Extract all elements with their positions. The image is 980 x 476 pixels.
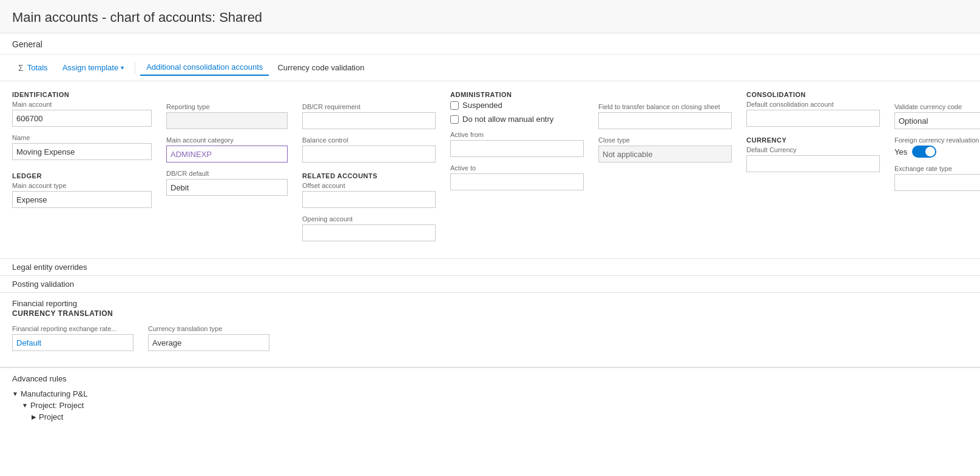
chevron-down-icon: ▾ [121,64,124,71]
exchange-rate-type-group: Exchange rate type [894,165,980,191]
main-content: IDENTIFICATION Main account Name LEDGER … [0,81,980,258]
field-to-transfer-label: Field to transfer balance on closing she… [598,103,732,110]
db-cr-default-input[interactable] [166,179,288,196]
main-account-label: Main account [12,101,152,108]
tree-item-project-project: ▼ Project: Project [12,400,968,411]
default-currency-input[interactable] [746,155,880,172]
triangle-down-icon-1: ▼ [12,391,18,397]
tree-label-project-project: Project: Project [30,401,84,410]
name-label: Name [12,134,152,141]
exchange-rate-type-select[interactable] [894,174,980,191]
financial-reporting-subtitle: CURRENCY TRANSLATION [12,309,968,318]
exchange-rate-type-select-wrapper [894,174,980,191]
additional-consolidation-tab[interactable]: Additional consolidation accounts [140,59,269,76]
foreign-currency-group: Foreign currency revaluation Yes [894,136,980,158]
currency-translation-type-input[interactable] [148,334,269,351]
default-currency-group: Default Currency [746,146,880,172]
tree-item-manufacturing: ▼ Manufacturing P&L [12,388,968,400]
tree-item-project: ▶ Project [12,411,968,423]
db-cr-req-label: DB/CR requirement [302,103,436,110]
active-to-label: Active to [450,164,584,172]
active-to-input[interactable] [450,173,584,190]
legal-entity-overrides-section[interactable]: Legal entity overrides [0,258,980,275]
active-to-field-group: Active to [450,164,584,190]
currency-translation-type-field-group: Currency translation type [148,325,269,351]
ledger-header: LEDGER [12,172,152,179]
close-type-group: Close type [598,136,732,163]
general-section-header: General [0,33,980,55]
col-administration: ADMINISTRATION Suspended Do not allow ma… [450,91,584,198]
db-cr-req-field-group: DB/CR requirement [302,103,436,129]
related-accounts-header: RELATED ACCOUNTS [302,172,436,179]
currency-translation-type-label: Currency translation type [148,325,269,332]
exchange-rate-input[interactable] [12,334,133,351]
default-consolidation-account-input[interactable] [746,110,880,127]
financial-reporting-section: Financial reporting CURRENCY TRANSLATION… [0,292,980,367]
form-row: IDENTIFICATION Main account Name LEDGER … [12,91,968,249]
col-identification: IDENTIFICATION Main account Name LEDGER … [12,91,152,215]
close-type-input[interactable] [598,146,732,163]
suspended-checkbox[interactable] [450,101,459,110]
main-account-category-label: Main account category [166,136,288,144]
assign-template-label: Assign template [63,63,119,72]
currency-header: CURRENCY [746,136,880,144]
do-not-allow-checkbox[interactable] [450,115,459,124]
main-account-type-field-group: Main account type [12,182,152,208]
assign-template-button[interactable]: Assign template ▾ [56,60,130,75]
toolbar: Σ Totals Assign template ▾ Additional co… [0,55,980,81]
toolbar-divider [135,62,135,74]
sigma-icon: Σ [18,63,24,73]
reporting-type-input[interactable] [166,112,288,129]
opening-account-field-group: Opening account [302,215,436,241]
reporting-type-label: Reporting type [166,103,288,110]
legal-entity-overrides-label: Legal entity overrides [12,263,87,272]
toggle-slider [912,146,936,158]
default-currency-label: Default Currency [746,146,880,153]
page-title: Main accounts - chart of accounts: Share… [0,0,980,33]
field-to-transfer-input[interactable] [598,112,732,129]
col-validate-currency: Validate currency code Foreign currency … [894,91,980,198]
do-not-allow-label: Do not allow manual entry [462,115,553,124]
validate-currency-code-input[interactable] [894,112,980,129]
col-dbcr: DB/CR requirement Balance control RELATE… [302,91,436,249]
currency-code-validation-tab[interactable]: Currency code validation [271,60,370,75]
name-input[interactable] [12,143,152,160]
field-to-transfer-group: Field to transfer balance on closing she… [598,103,732,129]
balance-control-field-group: Balance control [302,136,436,163]
col-reporting: Reporting type Main account category DB/… [166,91,288,203]
exchange-rate-type-label: Exchange rate type [894,165,980,172]
balance-control-input[interactable] [302,146,436,163]
financial-reporting-fields: Financial reporting exchange rate... Cur… [12,325,968,358]
exchange-rate-label: Financial reporting exchange rate... [12,325,133,332]
advanced-rules-section: Advanced rules ▼ Manufacturing P&L ▼ Pro… [0,367,980,429]
active-from-field-group: Active from [450,131,584,157]
posting-validation-section[interactable]: Posting validation [0,275,980,292]
foreign-currency-toggle[interactable] [912,146,936,158]
active-from-input[interactable] [450,140,584,157]
offset-account-input[interactable] [302,191,436,208]
opening-account-input[interactable] [302,224,436,241]
default-consolidation-account-group: Default consolidation account [746,101,880,127]
tree-label-project: Project [39,412,63,421]
balance-control-label: Balance control [302,136,436,144]
foreign-currency-yes-label: Yes [894,147,907,156]
main-account-input[interactable] [12,110,152,127]
tree-label-manufacturing: Manufacturing P&L [21,389,88,398]
offset-account-label: Offset account [302,182,436,189]
db-cr-default-field-group: DB/CR default [166,170,288,196]
financial-reporting-title: Financial reporting [12,299,968,308]
totals-button[interactable]: Σ Totals [12,60,54,76]
totals-label: Totals [27,63,48,72]
db-cr-default-label: DB/CR default [166,170,288,177]
main-account-category-input[interactable] [166,146,288,163]
identification-header: IDENTIFICATION [12,91,152,98]
col-consolidation: CONSOLIDATION Default consolidation acco… [746,91,880,179]
advanced-rules-title: Advanced rules [12,374,968,383]
main-account-category-field-group: Main account category [166,136,288,163]
db-cr-req-input[interactable] [302,112,436,129]
triangle-right-icon: ▶ [32,414,36,420]
main-account-field-group: Main account [12,101,152,127]
main-account-type-input[interactable] [12,191,152,208]
col-closing: Field to transfer balance on closing she… [598,91,732,170]
posting-validation-label: Posting validation [12,280,74,289]
